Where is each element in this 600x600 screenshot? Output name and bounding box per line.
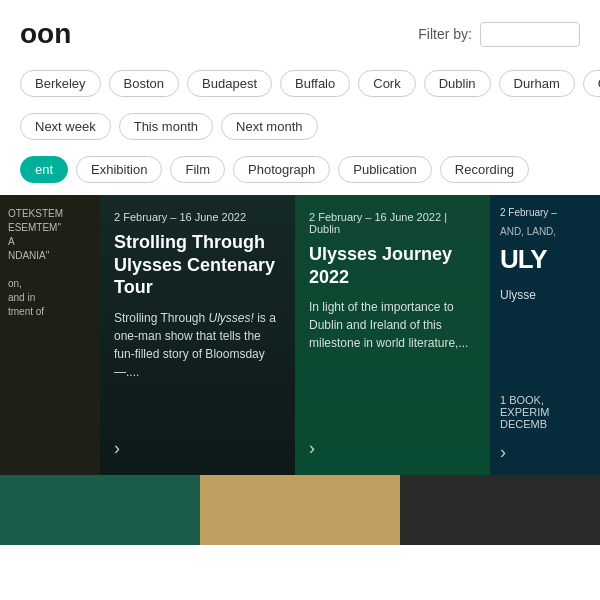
- card2-date: 2 February – 16 June 2022: [114, 211, 281, 223]
- cat-pill-photograph[interactable]: Photograph: [233, 156, 330, 183]
- card-4[interactable]: 2 February – AND, LAND, ULY Ulysse 1 BOO…: [490, 195, 600, 475]
- city-pill-budapest[interactable]: Budapest: [187, 70, 272, 97]
- cat-pill-publication[interactable]: Publication: [338, 156, 432, 183]
- time-this-month[interactable]: This month: [119, 113, 213, 140]
- card1-text: OTEKSTEM ESEMTEM" A NDANIA" on, and in t…: [8, 207, 92, 319]
- card4-date: 2 February –: [500, 207, 590, 218]
- bottom-strip-2: [200, 475, 400, 545]
- city-pill-cork[interactable]: Cork: [358, 70, 415, 97]
- card4-desc: Ulysse: [500, 286, 590, 387]
- card2-title: Strolling Through Ulysses Centenary Tour: [114, 231, 281, 299]
- city-pill-durham[interactable]: Durham: [499, 70, 575, 97]
- card2-desc: Strolling Through Ulysses! is a one-man …: [114, 309, 281, 427]
- city-pill-buffalo[interactable]: Buffalo: [280, 70, 350, 97]
- card4-arrow[interactable]: ›: [500, 442, 590, 463]
- city-pills-row: Berkeley Boston Budapest Buffalo Cork Du…: [0, 60, 600, 107]
- cat-pill-event[interactable]: ent: [20, 156, 68, 183]
- time-next-month[interactable]: Next month: [221, 113, 317, 140]
- header: oon Filter by:: [0, 0, 600, 60]
- city-pill-boston[interactable]: Boston: [109, 70, 179, 97]
- card3-date: 2 February – 16 June 2022 | Dublin: [309, 211, 476, 235]
- city-pill-dublin[interactable]: Dublin: [424, 70, 491, 97]
- card-3[interactable]: 2 February – 16 June 2022 | Dublin Ulyss…: [295, 195, 490, 475]
- cat-pill-film[interactable]: Film: [170, 156, 225, 183]
- card3-desc: In light of the importance to Dublin and…: [309, 298, 476, 426]
- filter-by-section: Filter by:: [418, 22, 580, 47]
- card3-arrow[interactable]: ›: [309, 438, 476, 459]
- time-filters-row: Next week This month Next month: [0, 107, 600, 150]
- bottom-strip: [0, 475, 600, 545]
- card4-subtitle: AND, LAND,: [500, 226, 590, 237]
- city-pill-gronigen[interactable]: Gronigen: [583, 70, 600, 97]
- cat-pill-exhibition[interactable]: Exhibition: [76, 156, 162, 183]
- card2-arrow[interactable]: ›: [114, 438, 281, 459]
- bottom-strip-3: [400, 475, 600, 545]
- card-1[interactable]: OTEKSTEM ESEMTEM" A NDANIA" on, and in t…: [0, 195, 100, 475]
- filter-input[interactable]: [480, 22, 580, 47]
- filter-label: Filter by:: [418, 26, 472, 42]
- card3-title: Ulysses Journey 2022: [309, 243, 476, 288]
- card4-title: ULY: [500, 243, 590, 276]
- card-2[interactable]: 2 February – 16 June 2022 Strolling Thro…: [100, 195, 295, 475]
- cards-container: OTEKSTEM ESEMTEM" A NDANIA" on, and in t…: [0, 195, 600, 475]
- category-filters-row: ent Exhibition Film Photograph Publicati…: [0, 150, 600, 195]
- time-next-week[interactable]: Next week: [20, 113, 111, 140]
- cat-pill-recording[interactable]: Recording: [440, 156, 529, 183]
- bottom-strip-1: [0, 475, 200, 545]
- page-title: oon: [20, 18, 71, 50]
- card4-extra: 1 BOOK,EXPERIMDECEMB: [500, 394, 590, 430]
- city-pill-berkeley[interactable]: Berkeley: [20, 70, 101, 97]
